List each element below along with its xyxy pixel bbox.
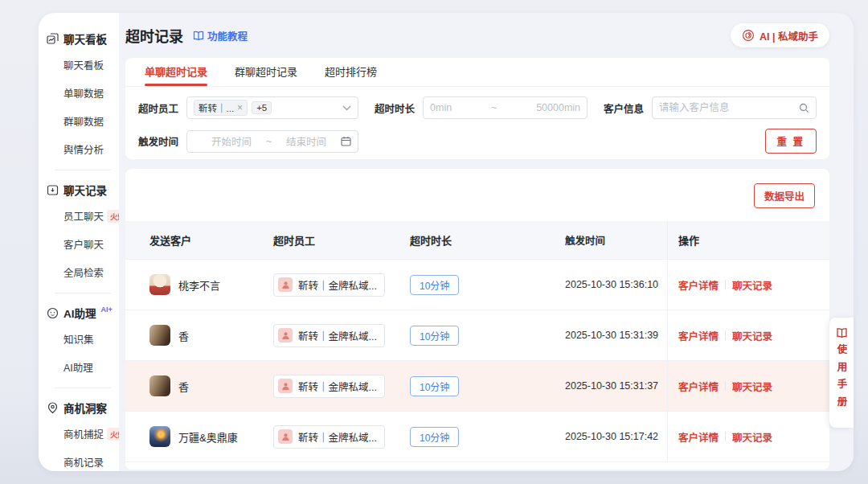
customer-search-input[interactable] bbox=[659, 102, 799, 113]
employee-select[interactable]: 靳转｜... × +5 bbox=[186, 96, 358, 119]
employee-chip[interactable]: 靳转｜金牌私域... bbox=[273, 273, 385, 297]
duration-chip: 10分钟 bbox=[410, 326, 459, 346]
sidebar-item-opportunity-records[interactable]: 商机记录 bbox=[47, 454, 119, 470]
end-time-placeholder[interactable]: 结束时间 bbox=[286, 133, 326, 149]
table-row[interactable]: 桃李不言 靳转｜金牌私域... 10分钟 2025-10-30 15:36:10… bbox=[125, 259, 829, 310]
duration-chip: 10分钟 bbox=[410, 427, 459, 447]
sidebar-item-ai-assistant[interactable]: AI助理 bbox=[47, 359, 119, 375]
sidebar-group-ai-assistant[interactable]: AI助理 AI+ bbox=[47, 305, 119, 321]
book-icon bbox=[193, 31, 204, 41]
trigger-time: 2025-10-30 15:31:37 bbox=[565, 380, 667, 392]
selected-employee-tag[interactable]: 靳转｜... × bbox=[194, 100, 248, 116]
sidebar-group-chat-dashboard[interactable]: 聊天看板 bbox=[47, 31, 119, 47]
action-divider bbox=[725, 432, 726, 441]
person-icon bbox=[278, 277, 293, 292]
export-button[interactable]: 数据导出 bbox=[754, 183, 815, 208]
table-row-partial bbox=[125, 461, 829, 470]
tab-timeout-ranking[interactable]: 超时排行榜 bbox=[325, 64, 377, 86]
sidebar-item-customer-chat[interactable]: 客户聊天 bbox=[47, 236, 119, 252]
ai-plus-badge: AI+ bbox=[101, 306, 113, 314]
reset-button[interactable]: 重 置 bbox=[765, 129, 817, 154]
tab-bar: 单聊超时记录 群聊超时记录 超时排行榜 bbox=[125, 58, 829, 87]
col-header-duration: 超时时长 bbox=[410, 232, 565, 248]
duration-min-value[interactable]: 0min bbox=[430, 102, 452, 113]
employee-chip[interactable]: 靳转｜金牌私域... bbox=[273, 324, 385, 347]
sidebar-group-opportunity[interactable]: 商机洞察 bbox=[47, 400, 119, 416]
table-card: 数据导出 发送客户 超时员工 超时时长 触发时间 操作 桃李不言 靳转｜金牌私域… bbox=[125, 169, 829, 470]
pin-icon bbox=[47, 402, 59, 414]
sidebar-group-label: 聊天记录 bbox=[63, 182, 107, 198]
time-tilde: ~ bbox=[266, 136, 272, 147]
customer-filter-label: 客户信息 bbox=[604, 100, 644, 116]
trigger-time: 2025-10-30 15:17:42 bbox=[565, 431, 667, 442]
chat-record-link[interactable]: 聊天记录 bbox=[732, 328, 772, 343]
filter-row-1: 超时员工 靳转｜... × +5 超时时长 0min bbox=[138, 96, 817, 119]
duration-max-value[interactable]: 50000min bbox=[536, 102, 580, 113]
customer-detail-link[interactable]: 客户详情 bbox=[678, 328, 719, 343]
sidebar-divider bbox=[55, 293, 111, 293]
action-divider bbox=[725, 280, 726, 289]
sidebar-divider bbox=[55, 388, 111, 388]
customer-detail-link[interactable]: 客户详情 bbox=[678, 379, 719, 394]
tab-single-chat-timeout[interactable]: 单聊超时记录 bbox=[145, 64, 207, 86]
table-row-highlighted[interactable]: 香 靳转｜金牌私域... 10分钟 2025-10-30 15:31:37 客户… bbox=[125, 360, 829, 411]
table-row[interactable]: 香 靳转｜金牌私域... 10分钟 2025-10-30 15:31:39 客户… bbox=[125, 310, 829, 360]
chat-record-link[interactable]: 聊天记录 bbox=[732, 277, 772, 293]
rose-logo-icon bbox=[742, 29, 755, 42]
tutorial-link[interactable]: 功能教程 bbox=[193, 28, 248, 43]
trigger-time: 2025-10-30 15:31:39 bbox=[565, 330, 667, 341]
sidebar-item-single-chat-data[interactable]: 单聊数据 bbox=[47, 85, 119, 100]
col-header-employee: 超时员工 bbox=[273, 232, 410, 248]
trigger-time-range-input[interactable]: 开始时间 ~ 结束时间 bbox=[186, 130, 358, 153]
action-divider bbox=[725, 381, 726, 391]
tab-group-chat-timeout[interactable]: 群聊超时记录 bbox=[235, 64, 297, 86]
calendar-icon bbox=[341, 136, 351, 146]
employee-chip[interactable]: 靳转｜金牌私域... bbox=[273, 425, 385, 449]
start-time-placeholder[interactable]: 开始时间 bbox=[194, 133, 252, 149]
chevron-down-icon bbox=[342, 105, 351, 111]
page-title: 超时记录 bbox=[125, 25, 183, 46]
more-tags-chip[interactable]: +5 bbox=[252, 101, 272, 114]
duration-tilde: ~ bbox=[491, 102, 497, 113]
app-window: 聊天看板 聊天看板 单聊数据 群聊数据 舆情分析 聊天记录 员工聊天 火爆 客户… bbox=[39, 13, 854, 471]
customer-name: 香 bbox=[178, 328, 189, 343]
duration-chip: 10分钟 bbox=[410, 376, 459, 396]
duration-range-input[interactable]: 0min ~ 50000min bbox=[423, 96, 588, 119]
sidebar-group-label: 商机洞察 bbox=[63, 400, 107, 416]
person-icon bbox=[278, 379, 293, 393]
table-row[interactable]: 万疆&奥鼎康 靳转｜金牌私域... 10分钟 2025-10-30 15:17:… bbox=[125, 411, 829, 461]
dashboard-icon bbox=[47, 33, 59, 45]
customer-search-box[interactable] bbox=[652, 96, 817, 119]
sidebar-item-chat-dashboard[interactable]: 聊天看板 bbox=[47, 57, 119, 72]
duration-chip: 10分钟 bbox=[410, 275, 459, 295]
sidebar-item-opportunity-capture[interactable]: 商机捕捉 火爆 bbox=[47, 426, 119, 441]
ai-assistant-button[interactable]: AI | 私域助手 bbox=[731, 23, 829, 47]
sidebar-item-sentiment[interactable]: 舆情分析 bbox=[47, 142, 119, 157]
chat-record-link[interactable]: 聊天记录 bbox=[732, 379, 772, 394]
remove-tag-icon[interactable]: × bbox=[237, 102, 243, 113]
trigger-time: 2025-10-30 15:36:10 bbox=[565, 279, 667, 290]
sidebar-item-knowledge-set[interactable]: 知识集 bbox=[47, 331, 119, 347]
customer-name: 桃李不言 bbox=[178, 277, 220, 293]
chat-record-icon bbox=[47, 184, 59, 196]
trigger-time-filter-label: 触发时间 bbox=[138, 133, 178, 149]
customer-avatar bbox=[149, 274, 170, 295]
manual-book-icon bbox=[836, 327, 848, 338]
sidebar-group-label: AI助理 bbox=[63, 305, 96, 321]
sidebar-item-global-search[interactable]: 全局检索 bbox=[47, 265, 119, 280]
sidebar-item-employee-chat[interactable]: 员工聊天 火爆 bbox=[47, 208, 119, 224]
customer-detail-link[interactable]: 客户详情 bbox=[678, 277, 719, 293]
customer-avatar bbox=[149, 375, 170, 396]
user-manual-tab[interactable]: 使用手册 bbox=[829, 318, 854, 428]
chat-record-link[interactable]: 聊天记录 bbox=[732, 429, 772, 445]
customer-name: 香 bbox=[178, 379, 189, 394]
sidebar-item-group-chat-data[interactable]: 群聊数据 bbox=[47, 113, 119, 129]
employee-chip[interactable]: 靳转｜金牌私域... bbox=[273, 375, 385, 398]
page-header: 超时记录 功能教程 AI | 私域助手 bbox=[125, 13, 829, 58]
action-divider bbox=[725, 330, 726, 340]
filter-row-2: 触发时间 开始时间 ~ 结束时间 重 置 bbox=[138, 129, 817, 154]
customer-detail-link[interactable]: 客户详情 bbox=[678, 429, 719, 445]
sidebar-group-chat-records[interactable]: 聊天记录 bbox=[47, 182, 119, 198]
sidebar-group-label: 聊天看板 bbox=[63, 31, 107, 47]
person-icon bbox=[278, 328, 293, 342]
